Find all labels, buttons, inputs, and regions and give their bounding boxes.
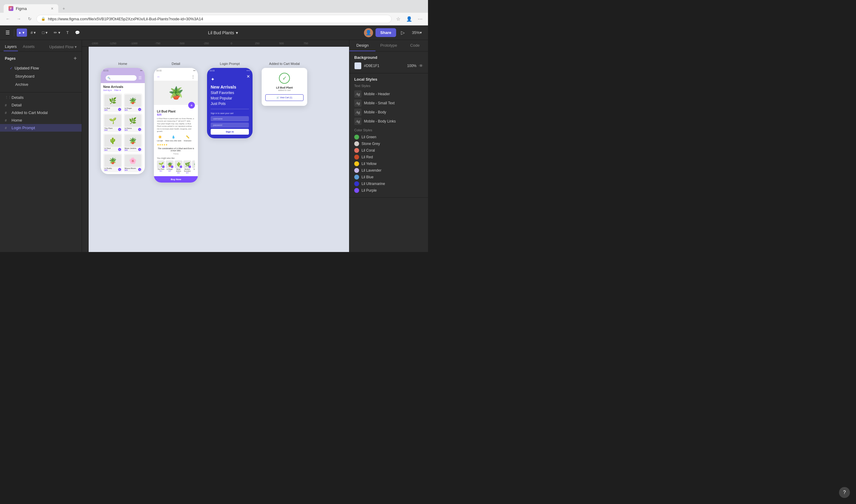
share-button[interactable]: Share [376, 28, 396, 37]
login-menu-staff[interactable]: Staff Favorites [211, 91, 249, 95]
bg-color-swatch[interactable] [354, 62, 361, 69]
color-lil-blue[interactable]: Lil Blue [354, 174, 423, 180]
plant-card-7[interactable]: 🌸 Missus Bloom $25 + [123, 154, 143, 172]
login-menu-pots[interactable]: Just Pots [211, 102, 249, 106]
mini-plant-1[interactable]: 🪴+ Lil Roger $25 [166, 160, 174, 174]
add-fab-button[interactable]: + [188, 102, 195, 109]
color-swatch-red [354, 155, 359, 160]
plant-card-6[interactable]: 🪴 Lil Buddy $25 + [103, 154, 122, 172]
mini-add-btn-0[interactable]: + [162, 166, 165, 168]
hamburger-menu-button[interactable]: ☰ [4, 28, 12, 37]
file-title[interactable]: Lil Bud Plants ▾ [84, 30, 363, 35]
forward-button[interactable]: → [15, 15, 23, 23]
add-button-2[interactable]: + [118, 128, 121, 131]
page-item-updated-flow[interactable]: ✓ Updated Flow [5, 64, 77, 72]
mini-add-btn-1[interactable]: + [171, 166, 173, 168]
plant-card-1[interactable]: 🪴 Lil Roger $25 + [123, 93, 143, 112]
page-item-archive[interactable]: Archive [5, 80, 77, 89]
canvas-content[interactable]: Home 11:11 ▪▪▪ 🔍 ☰ Ne [89, 47, 349, 252]
profile-button[interactable]: 👤 [405, 15, 413, 23]
plant-card-0[interactable]: 🌿 Lil Bud $25 + [103, 93, 122, 112]
add-button-4[interactable]: + [118, 148, 121, 151]
layer-detail[interactable]: # Detail [0, 101, 82, 109]
zoom-control[interactable]: 35%▾ [410, 29, 424, 36]
text-tool[interactable]: T [64, 29, 71, 37]
signin-button[interactable]: Sign in [211, 129, 249, 134]
layer-details[interactable]: ⋮⋮ Details [0, 94, 82, 101]
color-lil-lavender[interactable]: Lil Lavender [354, 167, 423, 174]
mini-plant-0[interactable]: 🌱+ Tiny Plant $20 [157, 160, 165, 174]
add-button-1[interactable]: + [138, 108, 141, 111]
style-mobile-small-text[interactable]: Ag Mobile - Small Text [354, 98, 423, 108]
color-lil-purple[interactable]: Lil Purple [354, 187, 423, 194]
more-button[interactable]: ⋯ [416, 15, 424, 23]
color-lil-yellow[interactable]: Lil Yellow [354, 160, 423, 167]
page-item-storyboard[interactable]: Storyboard [5, 72, 77, 80]
detail-menu-icon[interactable]: ⋮ [191, 75, 195, 79]
tab-prototype[interactable]: Prototype [376, 40, 401, 51]
tab-close-button[interactable]: × [51, 6, 53, 11]
shape-tool[interactable]: □ ▾ [39, 29, 50, 37]
mini-add-btn-2[interactable]: + [180, 166, 182, 168]
mini-plant-3[interactable]: 🌿+ Medium Succulent $25 [183, 160, 191, 174]
play-button[interactable]: ▷ [398, 29, 407, 37]
add-button-5[interactable]: + [138, 148, 141, 151]
plant-card-2[interactable]: 🌱 Tiny Plant $16 + [103, 113, 122, 132]
bookmark-button[interactable]: ☆ [394, 15, 403, 23]
buy-now-button[interactable]: Buy Now [154, 176, 198, 183]
style-mobile-header[interactable]: Ag Mobile - Header [354, 89, 423, 98]
add-page-button[interactable]: + [73, 55, 77, 61]
mini-plant-4[interactable]: 🪴+ Lil Stud $22 [192, 160, 195, 174]
add-button-3[interactable]: + [138, 128, 141, 131]
water-icon: 💧 [171, 134, 176, 139]
back-button[interactable]: ← [4, 15, 12, 23]
layer-added-to-cart[interactable]: # Added to Cart Modal [0, 109, 82, 116]
color-name-5: Lil Lavender [361, 168, 381, 173]
style-mobile-body[interactable]: Ag Mobile - Body [354, 108, 423, 117]
url-bar[interactable]: 🔒 https://www.figma.com/file/x5VB1P3fOt4… [36, 15, 392, 23]
add-button-7[interactable]: + [138, 168, 141, 171]
tab-assets[interactable]: Assets [21, 42, 36, 51]
layer-login-prompt[interactable]: # Login Prompt [0, 124, 82, 132]
menu-icon[interactable]: ☰ [138, 76, 142, 80]
mini-add-btn-3[interactable]: + [188, 166, 191, 168]
mini-plant-name-3: Medium Succulent [183, 168, 191, 172]
style-mobile-body-links[interactable]: Ag Mobile - Body Links [354, 117, 423, 126]
login-menu-popular[interactable]: Most Popular [211, 96, 249, 101]
canvas-area[interactable]: -1500 -1250 -1000 -750 -500 -250 0 250 5… [82, 40, 349, 252]
login-close-button[interactable]: ✕ [246, 74, 250, 79]
tab-path[interactable]: Updated Flow ▾ [48, 42, 78, 51]
refresh-button[interactable]: ↻ [25, 15, 34, 23]
tab-layers[interactable]: Layers [4, 42, 18, 51]
layer-home[interactable]: # Home [0, 116, 82, 124]
color-lil-coral[interactable]: Lil Coral [354, 147, 423, 154]
mini-plant-2[interactable]: 🌵+ Mister Jenkins $30 [174, 160, 183, 174]
color-lil-ultramarine[interactable]: Lil Ultramarine [354, 180, 423, 187]
plant-card-3[interactable]: 🌿 Lil Reina $25 + [123, 113, 143, 132]
frame-label-home: Home [118, 62, 127, 66]
pen-tool[interactable]: ✏ ▾ [51, 29, 63, 37]
plant-card-5[interactable]: 🪴 Mister Jenkins $30 + [123, 133, 143, 152]
style-name-3: Mobile - Body Links [364, 119, 396, 123]
sort-filter[interactable]: Sort by ▾ [103, 89, 112, 92]
home-search-bar[interactable]: 🔍 [106, 75, 137, 81]
filter-btn[interactable]: Filter ▾ [114, 89, 121, 92]
active-tab[interactable]: F Figma × [4, 4, 58, 13]
password-input[interactable]: password [211, 123, 249, 128]
tab-design[interactable]: Design [349, 40, 376, 51]
new-tab-button[interactable]: + [59, 4, 68, 13]
plant-card-4[interactable]: 🌵 Lil Stud $22 + [103, 133, 122, 152]
color-lil-red[interactable]: Lil Red [354, 154, 423, 160]
visibility-toggle-icon[interactable]: 👁 [419, 64, 423, 68]
view-cart-button[interactable]: 🛒 View Cart (1) [265, 94, 304, 101]
add-button-0[interactable]: + [118, 108, 121, 111]
add-button-6[interactable]: + [118, 168, 121, 171]
color-stone-grey[interactable]: Stone Grey [354, 140, 423, 147]
frame-tool[interactable]: # ▾ [28, 29, 38, 37]
tab-code[interactable]: Code [402, 40, 428, 51]
select-tool[interactable]: ▸ ▾ [17, 29, 27, 37]
color-lil-green[interactable]: Lil Green [354, 134, 423, 140]
comment-tool[interactable]: 💬 [72, 29, 82, 37]
back-button-icon[interactable]: ← [157, 75, 160, 79]
username-input[interactable]: username [211, 116, 249, 121]
